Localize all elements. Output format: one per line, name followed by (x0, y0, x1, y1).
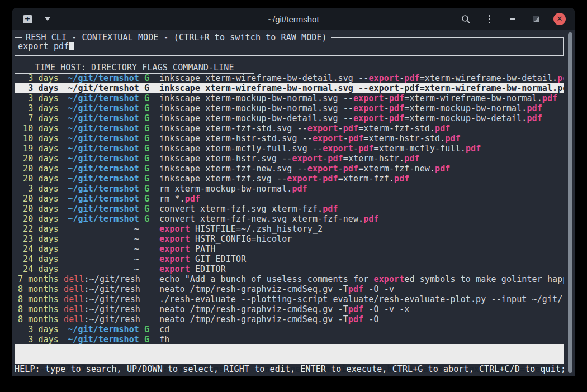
time-cell: 7 months (15, 274, 59, 284)
text-segment: inkscape xterm-fzf-new.svg -- (159, 164, 307, 174)
history-row[interactable]: 10 days~/git/termshotGinkscape xterm-fzf… (15, 123, 564, 133)
text-segment: pdf (542, 93, 557, 103)
flags-cell (144, 234, 151, 244)
command-cell: inkscape xterm-fzf-new.svg --export-pdf=… (159, 164, 564, 174)
history-row[interactable]: 3 days~/git/termshotGcd (15, 324, 564, 334)
history-row[interactable]: 3 days~/git/termshotGinkscape xterm-wire… (15, 73, 564, 83)
host-directory-cell: ~/git/termshot (64, 103, 139, 113)
history-row[interactable]: 20 days~/git/termshotGrm *.pdf (15, 194, 564, 204)
gap (59, 284, 64, 294)
history-row[interactable]: 8 monthsdell:~/git/reshneato /tmp/resh-g… (15, 314, 564, 324)
history-row[interactable]: 8 monthsdell:~/git/resh./resh-evaluate -… (15, 294, 564, 304)
text-segment: :~/git/resh (84, 274, 140, 284)
text-segment: =xterm-mockup-bw-normal. (404, 103, 527, 113)
flags-cell: G (144, 194, 151, 204)
text-segment: G (144, 154, 149, 164)
flags-cell: G (144, 93, 151, 103)
text-segment: G (144, 144, 149, 154)
text-segment: G (144, 324, 149, 334)
text-segment: -O (363, 314, 378, 324)
search-box[interactable]: RESH CLI - CONTEXTUAL MODE - (CTRL+R to … (15, 37, 564, 56)
history-row[interactable]: 24 days~export PATH (15, 244, 564, 254)
text-segment: -O -v (363, 284, 394, 294)
history-row[interactable]: 8 monthsdell:~/git/reshneato /tmp/resh-g… (15, 284, 564, 294)
new-tab-button[interactable]: + (20, 12, 35, 26)
history-row[interactable]: 20 days~/git/termshotGconvert xterm-fzf.… (15, 204, 564, 214)
close-button[interactable]: ✕ (552, 12, 567, 26)
text-segment: pdf (348, 284, 363, 294)
time-cell: 8 months (15, 294, 59, 304)
gap (139, 314, 144, 324)
text-segment: 3 days (28, 324, 59, 334)
history-row[interactable]: 23 days~export HSTR_CONFIG=hicolor (15, 234, 564, 244)
gap (151, 314, 159, 324)
text-segment: 24 days (23, 244, 59, 254)
history-row[interactable]: 7 monthsdell:~/git/reshecho "Add a bunch… (15, 274, 564, 284)
host-directory-cell: ~/git/termshot (64, 214, 139, 224)
text-segment: inkscape xterm-mockup-bw-detail.svg -- (159, 113, 353, 123)
gap (139, 113, 144, 123)
command-cell: convert xterm-fzf-new.svg xterm-fzf-new.… (159, 214, 564, 224)
history-row[interactable]: 20 days~/git/termshotGconvert xterm-fzf-… (15, 214, 564, 224)
text-segment: pdf (343, 123, 358, 133)
text-segment: export (323, 144, 353, 154)
text-segment: G (144, 93, 149, 103)
text-segment: G (144, 174, 149, 184)
command-cell: export PATH (159, 244, 564, 254)
text-segment: dell (64, 274, 84, 284)
minimize-button[interactable] (505, 12, 520, 26)
gap (151, 184, 159, 194)
search-button[interactable] (458, 12, 473, 26)
text-segment: 7 days (28, 113, 59, 123)
history-row[interactable]: 24 days~export EDITOR (15, 264, 564, 274)
history-row-selected[interactable]: 3 days~/git/termshotGinkscape xterm-wire… (15, 83, 564, 93)
status-bar: 2020-05-07 17:17:28 tower:~/git/termshot… (15, 344, 564, 364)
gap (139, 103, 144, 113)
history-row[interactable]: 19 days~/git/termshotGinkscape xterm-mcf… (15, 144, 564, 154)
text-segment: pdf (389, 103, 404, 113)
history-row[interactable]: 20 days~/git/termshotGinkscape xterm-hst… (15, 154, 564, 164)
host-directory-cell: dell:~/git/resh (64, 284, 139, 294)
text-segment: dell (64, 284, 84, 294)
history-row[interactable]: 8 monthsdell:~/git/reshneato /tmp/resh-g… (15, 304, 564, 314)
flags-cell: G (144, 113, 151, 123)
text-segment: ~ (134, 234, 139, 244)
gap (59, 304, 64, 314)
text-segment: - (384, 113, 389, 123)
text-segment: pd (557, 73, 564, 83)
text-segment: G (144, 214, 149, 224)
text-segment: rm *. (159, 194, 185, 204)
host-directory-cell: dell:~/git/resh (64, 274, 139, 284)
text-segment: - (343, 133, 348, 144)
flags-cell: G (144, 123, 151, 133)
history-row[interactable]: 3 days~/git/termshotGrm xterm-mockup-bw-… (15, 184, 564, 194)
history-row[interactable]: 20 days~/git/termshotGinkscape xterm-fzf… (15, 174, 564, 184)
time-cell: 20 days (15, 164, 59, 174)
host-directory-cell: ~ (64, 264, 139, 274)
menu-button[interactable] (482, 12, 496, 26)
history-row[interactable]: 3 days~/git/termshotGinkscape xterm-mock… (15, 93, 564, 103)
text-segment: ~/git/termshot (68, 214, 139, 224)
text-segment: ~ (134, 264, 139, 274)
text-segment: =xterm-fzf. (338, 174, 394, 184)
gap (151, 93, 159, 103)
time-cell: 8 months (15, 284, 59, 294)
history-row[interactable]: 10 days~/git/termshotGinkscape xterm-hst… (15, 133, 564, 144)
search-box-title: RESH CLI - CONTEXTUAL MODE - (CTRL+R to … (22, 32, 331, 42)
restore-button[interactable] (529, 12, 543, 26)
history-row[interactable]: 22 days~export HISTFILE=~/.zsh_history_2 (15, 224, 564, 234)
gap (59, 274, 64, 284)
host-directory-cell: ~/git/termshot (64, 133, 139, 144)
plus-icon: + (25, 15, 31, 22)
flags-cell (144, 294, 151, 304)
tab-list-dropdown-button[interactable] (40, 12, 55, 26)
history-row[interactable]: 24 days~export GIT_EDITOR (15, 254, 564, 264)
command-cell: inkscape xterm-wireframe-bw-normal.svg -… (159, 83, 564, 93)
scrollbar-thumb[interactable] (568, 32, 572, 373)
history-row[interactable]: 3 days~/git/termshotGfh (15, 334, 564, 345)
chevron-down-icon (45, 17, 50, 21)
flags-cell: G (144, 184, 151, 194)
history-row[interactable]: 3 days~/git/termshotGinkscape xterm-mock… (15, 103, 564, 113)
history-row[interactable]: 20 days~/git/termshotGinkscape xterm-fzf… (15, 164, 564, 174)
history-row[interactable]: 7 days~/git/termshotGinkscape xterm-mock… (15, 113, 564, 123)
